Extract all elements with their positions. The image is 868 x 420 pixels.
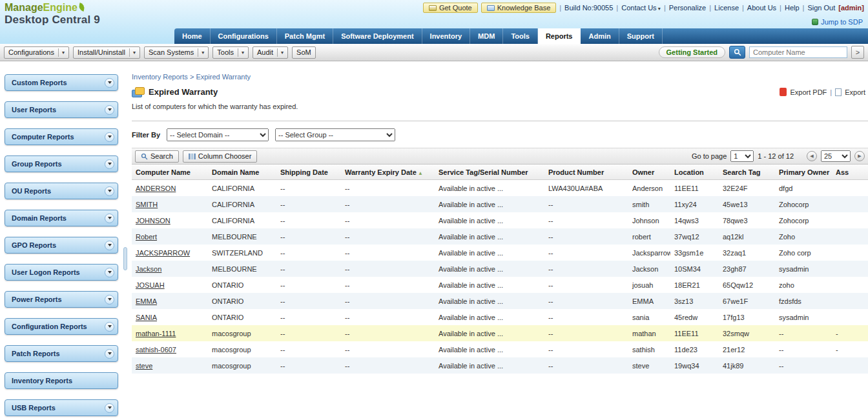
sidebar-item-computer-reports[interactable]: Computer Reports — [5, 128, 118, 145]
computer-name-link[interactable]: mathan-1111 — [136, 330, 176, 337]
expand-toggle[interactable] — [105, 268, 114, 277]
header-link-personalize[interactable]: Personalize — [669, 4, 706, 12]
column-header-service-tag-serial-number[interactable]: Service Tag/Serial Number — [435, 165, 544, 179]
nav-tab-reports[interactable]: Reports — [538, 28, 581, 44]
computer-name-link[interactable]: EMMA — [136, 297, 157, 305]
sidebar-item-user-logon-reports[interactable]: User Logon Reports — [5, 264, 118, 281]
computer-name-link[interactable]: ANDERSON — [136, 185, 176, 192]
cell-asset — [832, 293, 868, 309]
computer-name-link[interactable]: JACKSPARROW — [136, 249, 190, 257]
computer-name-link[interactable]: sathish-0607 — [136, 346, 176, 354]
cell-service_tag: Available in active ... — [435, 325, 544, 341]
toolbar-button-label: Configurations — [8, 48, 54, 56]
computer-name-link[interactable]: Robert — [136, 233, 157, 241]
expand-toggle[interactable] — [105, 132, 114, 142]
toolbar-button-scan-systems[interactable]: Scan Systems▾ — [144, 46, 209, 59]
toolbar-button-tools[interactable]: Tools▾ — [212, 46, 249, 59]
column-header-shipping-date[interactable]: Shipping Date — [276, 165, 341, 179]
column-header-ass[interactable]: Ass — [832, 165, 868, 179]
nav-tab-inventory[interactable]: Inventory — [422, 28, 471, 44]
nav-tab-home[interactable]: Home — [174, 28, 211, 44]
computer-name-search-input[interactable] — [749, 46, 847, 58]
computer-name-link[interactable]: SANIA — [136, 314, 157, 321]
column-header-computer-name[interactable]: Computer Name — [132, 165, 208, 179]
sidebar-item-usb-reports[interactable]: USB Reports — [5, 399, 118, 416]
search-button[interactable] — [729, 46, 745, 59]
admin-badge: [admin] — [838, 4, 864, 12]
expand-toggle[interactable] — [105, 241, 114, 250]
sidebar-item-group-reports[interactable]: Group Reports — [5, 155, 118, 172]
computer-name-link[interactable]: steve — [136, 362, 152, 370]
sidebar-item-power-reports[interactable]: Power Reports — [5, 291, 118, 308]
expand-toggle[interactable] — [105, 186, 114, 196]
expand-toggle[interactable] — [105, 78, 114, 88]
nav-tab-mdm[interactable]: MDM — [470, 28, 503, 44]
sidebar-item-ou-reports[interactable]: OU Reports — [5, 183, 118, 199]
nav-tab-software-deployment[interactable]: Software Deployment — [333, 28, 422, 44]
expand-toggle[interactable] — [105, 159, 114, 169]
caret-down-icon: ▾ — [657, 6, 661, 12]
sidebar-item-configuration-reports[interactable]: Configuration Reports — [5, 318, 118, 335]
table-row: mathan-1111macosgroup----Available in ac… — [132, 325, 868, 341]
sidebar-item-inventory-reports[interactable]: Inventory Reports — [5, 372, 118, 389]
header-link-sign-out[interactable]: Sign Out — [807, 4, 835, 12]
expand-toggle[interactable] — [105, 295, 114, 305]
nav-tab-support[interactable]: Support — [619, 28, 663, 44]
expand-toggle[interactable] — [105, 322, 114, 332]
column-header-warranty-expiry-date[interactable]: Warranty Expiry Date ▲ — [341, 165, 435, 179]
header-link-contact-us[interactable]: Contact Us ▾ — [621, 4, 661, 12]
header-link-license[interactable]: License — [714, 4, 739, 12]
nav-tab-configurations[interactable]: Configurations — [211, 28, 277, 44]
column-header-product-number[interactable]: Product Number — [544, 165, 628, 179]
sidebar-item-domain-reports[interactable]: Domain Reports — [5, 210, 118, 226]
getting-started-button[interactable]: Getting Started — [659, 46, 725, 58]
sidebar-item-custom-reports[interactable]: Custom Reports — [5, 74, 118, 91]
sidebar-item-label: Custom Reports — [12, 79, 67, 86]
nav-tab-patch-mgmt[interactable]: Patch Mgmt — [277, 28, 333, 44]
nav-tab-tools[interactable]: Tools — [503, 28, 538, 44]
search-go-button[interactable]: > — [851, 46, 864, 59]
toolbar-button-install-uninstall[interactable]: Install/Uninstall▾ — [73, 46, 140, 59]
search-button-table[interactable]: Search — [135, 150, 179, 163]
computer-name-link[interactable]: JOSUAH — [136, 281, 165, 289]
prev-page-button[interactable]: ◀ — [807, 151, 817, 161]
header-link-about-us[interactable]: About Us — [747, 4, 776, 12]
column-header-domain-name[interactable]: Domain Name — [208, 165, 276, 179]
cell-service_tag: Available in active ... — [435, 196, 544, 212]
page-number-select[interactable]: 1 — [730, 150, 754, 162]
search-button-label: Search — [150, 152, 173, 160]
column-chooser-button[interactable]: Column Chooser — [183, 150, 258, 163]
column-header-location[interactable]: Location — [670, 165, 719, 179]
computer-name-link[interactable]: JOHNSON — [136, 217, 170, 225]
column-header-owner[interactable]: Owner — [628, 165, 670, 179]
expand-toggle[interactable] — [105, 214, 114, 223]
toolbar-button-audit[interactable]: Audit▾ — [253, 46, 288, 59]
breadcrumb-parent-link[interactable]: Inventory Reports — [132, 73, 188, 81]
jump-to-sdp-link[interactable]: Jump to SDP — [812, 18, 863, 26]
get-quote-button[interactable]: Get Quote — [423, 3, 478, 13]
computer-name-link[interactable]: Jackson — [136, 265, 161, 273]
search-icon — [734, 48, 741, 56]
expand-toggle[interactable] — [105, 105, 114, 115]
export-pdf-link[interactable]: Export PDF — [790, 88, 827, 96]
next-page-button[interactable]: ▶ — [854, 151, 865, 161]
expand-toggle[interactable] — [105, 349, 114, 359]
sidebar-item-patch-reports[interactable]: Patch Reports — [5, 345, 118, 362]
knowledge-base-button[interactable]: Knowledge Base — [481, 3, 557, 13]
header-link-help[interactable]: Help — [785, 4, 800, 12]
expand-toggle[interactable] — [105, 403, 114, 413]
sidebar-collapse-handle[interactable] — [123, 247, 127, 270]
toolbar-button-configurations[interactable]: Configurations▾ — [4, 46, 69, 59]
domain-filter-select[interactable]: -- Select Domain -- — [167, 128, 269, 141]
column-header-primary-owner[interactable]: Primary Owner — [775, 165, 832, 179]
toolbar-button-som[interactable]: SoM — [292, 46, 316, 59]
export-link[interactable]: Export — [845, 88, 865, 96]
cell-warranty_expiry: -- — [341, 309, 435, 325]
column-header-search-tag[interactable]: Search Tag — [719, 165, 775, 179]
sidebar-item-user-reports[interactable]: User Reports — [5, 101, 118, 118]
computer-name-link[interactable]: SMITH — [136, 201, 158, 208]
group-filter-select[interactable]: -- Select Group -- — [275, 128, 395, 141]
page-size-select[interactable]: 25 — [821, 150, 851, 162]
sidebar-item-gpo-reports[interactable]: GPO Reports — [5, 237, 118, 254]
nav-tab-admin[interactable]: Admin — [581, 28, 619, 44]
